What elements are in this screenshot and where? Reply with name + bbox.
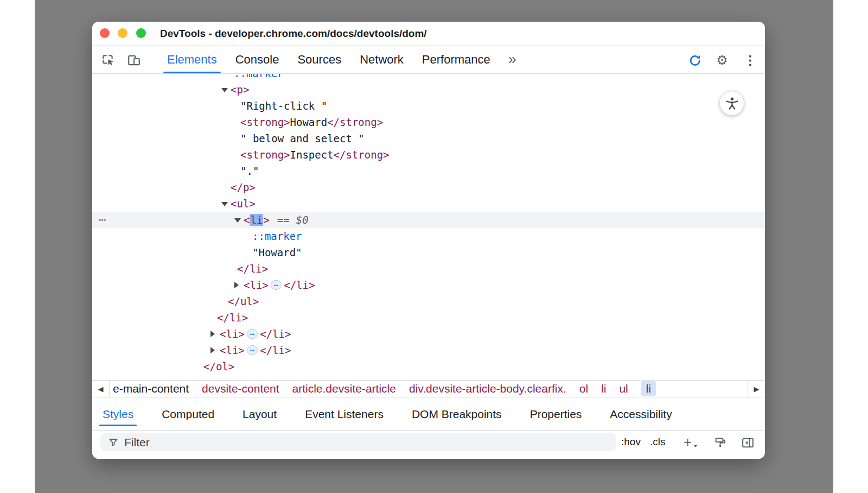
tag-token: <li> — [244, 279, 269, 291]
breadcrumb: ◀ e-main-content devsite-content article… — [92, 380, 765, 397]
tab-styles[interactable]: Styles — [103, 397, 133, 431]
closing-tag-token: </li> — [260, 344, 291, 356]
console-reference-token: $0 — [296, 214, 309, 226]
tab-elements[interactable]: Elements — [158, 46, 226, 73]
tab-performance[interactable]: Performance — [413, 46, 500, 73]
dom-text-row[interactable]: "." — [92, 163, 765, 179]
gear-icon: ⚙ — [716, 53, 728, 68]
more-tabs-icon[interactable]: » — [500, 46, 525, 73]
new-style-rule-button[interactable]: + — [684, 431, 692, 453]
tab-layout[interactable]: Layout — [242, 397, 277, 431]
text-token: Howard — [290, 116, 328, 128]
breadcrumb-item[interactable]: ul — [619, 382, 628, 395]
tab-computed[interactable]: Computed — [162, 397, 214, 431]
breadcrumb-item[interactable]: li — [601, 382, 606, 395]
dom-node-row[interactable]: <strong>Inspect</strong> — [92, 147, 765, 163]
minimize-button[interactable] — [118, 28, 127, 38]
dom-node-row[interactable]: </li> — [92, 309, 765, 326]
panel-tab-strip: Elements Console Sources Network Perform… — [158, 46, 525, 73]
right-arrow-icon: ▶ — [754, 385, 760, 393]
more-actions-icon[interactable]: ⋯ — [99, 212, 106, 228]
string-token: " below and select " — [240, 132, 365, 144]
dom-text-row[interactable]: "Right-click " — [92, 98, 765, 114]
expand-inline-button[interactable]: ⋯ — [247, 345, 258, 355]
tab-network[interactable]: Network — [350, 46, 413, 73]
inspect-element-button[interactable] — [100, 52, 116, 68]
dom-node-row[interactable]: </ul> — [92, 293, 765, 309]
tab-sources[interactable]: Sources — [288, 46, 350, 73]
devtools-toolbar: Elements Console Sources Network Perform… — [92, 46, 765, 74]
breadcrumb-item[interactable]: ol — [579, 382, 588, 395]
dom-node-row[interactable]: </p> — [92, 179, 765, 195]
breadcrumb-items: e-main-content devsite-content article.d… — [110, 381, 656, 396]
tag-token: <li> — [220, 344, 245, 356]
expand-arrow-icon[interactable] — [234, 282, 239, 288]
selected-dom-node-row[interactable]: ⋯ <li>==$0 — [92, 212, 765, 228]
sync-button[interactable] — [687, 52, 703, 68]
close-button[interactable] — [100, 28, 110, 38]
tab-accessibility[interactable]: Accessibility — [610, 397, 672, 431]
main-menu-button[interactable]: ⋮ — [742, 52, 758, 68]
breadcrumb-item[interactable]: div.devsite-article-body.clearfix. — [409, 382, 566, 395]
tab-dom-breakpoints[interactable]: DOM Breakpoints — [412, 397, 502, 431]
closing-tag-token: </li> — [284, 279, 315, 291]
breadcrumb-scroll-right-button[interactable]: ▶ — [748, 381, 765, 397]
tag-token: <li> — [220, 328, 245, 340]
expand-arrow-icon[interactable] — [210, 347, 215, 353]
dom-node-row[interactable]: <p> — [92, 81, 765, 98]
text-token: Inspect — [290, 149, 334, 161]
dom-text-row[interactable]: "Howard" — [92, 244, 765, 261]
filter-funnel-icon — [108, 437, 119, 448]
zoom-button[interactable] — [136, 28, 146, 38]
closing-tag-token: </li> — [217, 312, 248, 324]
filter-input[interactable] — [124, 436, 591, 449]
dom-node-row[interactable]: ::marker — [92, 228, 765, 244]
paint-roller-icon — [714, 436, 727, 449]
string-token: "." — [240, 165, 259, 177]
breadcrumb-scroll-left-button[interactable]: ◀ — [92, 381, 110, 397]
expand-inline-button[interactable]: ⋯ — [271, 280, 282, 290]
dom-node-row[interactable]: <li>⋯</li> — [92, 342, 765, 358]
closing-tag-token: </li> — [260, 328, 291, 340]
equals-token: == — [277, 214, 290, 226]
breadcrumb-item-selected[interactable]: li — [641, 381, 656, 396]
accessibility-shortcut-button[interactable] — [719, 91, 744, 116]
dom-node-row[interactable]: ::marker — [92, 74, 765, 81]
device-toolbar-button[interactable] — [126, 52, 142, 68]
collapse-arrow-icon[interactable] — [221, 88, 228, 92]
expand-arrow-icon[interactable] — [210, 331, 215, 337]
dom-tree: ::marker <p> "Right-click " <strong>Howa… — [92, 74, 765, 380]
collapse-arrow-icon[interactable] — [221, 202, 228, 206]
tab-console[interactable]: Console — [226, 46, 289, 73]
style-filter-field[interactable] — [100, 433, 616, 451]
sidebar-tab-strip: Styles Computed Layout Event Listeners D… — [92, 397, 765, 431]
tag-token: > — [263, 214, 269, 226]
element-classes-button[interactable]: .cls — [650, 431, 666, 453]
tab-properties[interactable]: Properties — [530, 397, 582, 431]
devtools-window: DevTools - developer.chrome.com/docs/dev… — [92, 22, 765, 459]
tab-event-listeners[interactable]: Event Listeners — [305, 397, 384, 431]
toggle-sidebar-button[interactable] — [740, 435, 755, 450]
kebab-menu-icon: ⋮ — [744, 53, 757, 68]
accessibility-person-icon — [725, 96, 739, 111]
dom-text-row[interactable]: " below and select " — [92, 130, 765, 147]
toggle-element-state-button[interactable]: :hov — [621, 431, 641, 453]
breadcrumb-item[interactable]: article.devsite-article — [292, 382, 396, 395]
rendering-emulation-button[interactable] — [713, 435, 728, 450]
tag-token: <p> — [231, 84, 249, 96]
breadcrumb-item[interactable]: e-main-content — [113, 382, 189, 395]
dom-node-row[interactable]: </ol> — [92, 358, 765, 375]
breadcrumb-item[interactable]: devsite-content — [202, 382, 279, 395]
settings-button[interactable]: ⚙ — [714, 52, 730, 68]
tag-token: <strong> — [240, 116, 290, 128]
dom-node-row[interactable]: </li> — [92, 261, 765, 277]
dom-node-row[interactable]: <strong>Howard</strong> — [92, 114, 765, 130]
pseudo-element-token: ::marker — [252, 230, 302, 242]
expand-inline-button[interactable]: ⋯ — [247, 329, 258, 339]
dom-node-row[interactable]: <li>⋯</li> — [92, 326, 765, 342]
collapse-arrow-icon[interactable] — [234, 218, 241, 223]
closing-tag-token: </ol> — [203, 361, 234, 372]
closing-tag-token: </li> — [237, 263, 268, 275]
dom-node-row[interactable]: <li>⋯</li> — [92, 277, 765, 293]
dom-node-row[interactable]: <ul> — [92, 195, 765, 212]
